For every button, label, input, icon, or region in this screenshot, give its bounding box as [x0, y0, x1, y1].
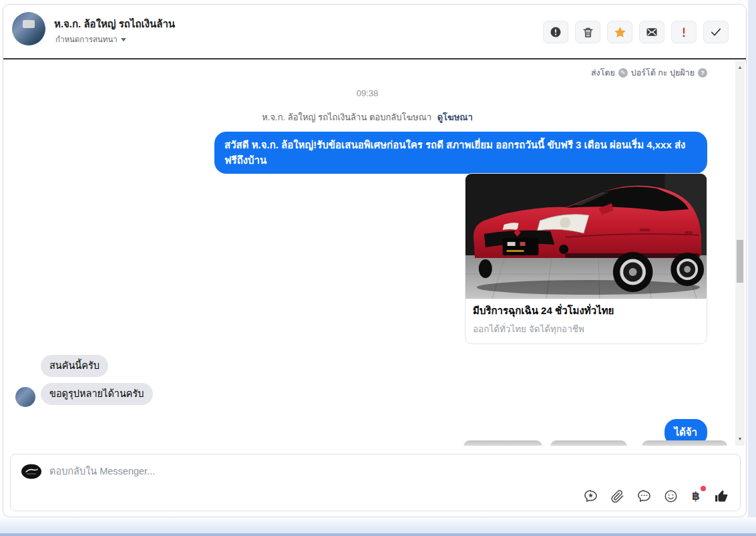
conversation-window: ห.จ.ก. ล้อใหญ่ รถไถเงินล้าน กำหนดการสนทน… — [3, 4, 747, 517]
car-attachment-card[interactable]: มีบริการฉุกเฉิน 24 ชั่วโมงทั่วไทย ออกได้… — [465, 173, 707, 344]
sent-by-label: ส่งโดย — [591, 66, 615, 80]
help-icon[interactable]: ? — [698, 68, 707, 78]
conversation-header: ห.จ.ก. ล้อใหญ่ รถไถเงินล้าน กำหนดการสนทน… — [3, 5, 746, 59]
mark-unread-envelope-icon — [645, 25, 658, 39]
emoji-button[interactable] — [663, 488, 679, 504]
mark-unread-button[interactable] — [639, 21, 665, 43]
trash-icon — [582, 26, 594, 39]
page-avatar[interactable] — [12, 12, 45, 45]
car-photo — [465, 174, 707, 299]
message-list[interactable]: ส่งโดย ✎ ปอร์โต้ กะ ปุยฝ้าย ? 09:38 ห.จ.… — [3, 61, 738, 446]
card-info: มีบริการฉุกเฉิน 24 ชั่วโมงทั่วไทย ออกได้… — [465, 299, 707, 344]
saved-reply-button[interactable] — [582, 488, 598, 504]
payment-baht-icon: ฿ — [692, 489, 700, 503]
timestamp: 09:38 — [3, 88, 731, 98]
sent-by-row: ส่งโดย ✎ ปอร์โต้ กะ ปุยฝ้าย ? — [591, 66, 707, 80]
like-thumb-icon — [713, 488, 729, 505]
ad-reply-row: ห.จ.ก. ล้อใหญ่ รถไถเงินล้าน ตอบกลับโฆษณา… — [3, 110, 731, 124]
ad-reply-text: ห.จ.ก. ล้อใหญ่ รถไถเงินล้าน ตอบกลับโฆษณา — [262, 112, 431, 122]
chat-scrollbar[interactable]: ▲ ▼ — [735, 61, 745, 446]
mark-done-check-icon — [709, 25, 723, 39]
reply-composer: ฿ — [10, 454, 741, 511]
notification-dot — [701, 486, 706, 491]
comment-button[interactable] — [636, 488, 652, 504]
header-action-bar — [543, 21, 729, 43]
messenger-inbox-page: ห.จ.ก. ล้อใหญ่ รถไถเงินล้าน กำหนดการสนทน… — [0, 0, 756, 536]
pencil-badge-icon: ✎ — [618, 68, 628, 78]
card-subtitle: ออกได้ทั่วไทย จัดได้ทุกอาชีพ — [473, 321, 699, 336]
paperclip-icon — [610, 489, 625, 504]
scrollbar-thumb[interactable] — [737, 240, 743, 283]
incoming-message-bubble: ขอดูรุปหลายได้านครับ — [41, 383, 153, 405]
reply-input[interactable] — [49, 463, 423, 479]
star-icon — [613, 25, 627, 39]
schedule-label: กำหนดการสนทนา — [55, 33, 118, 45]
report-button[interactable] — [543, 21, 568, 43]
card-title: มีบริการฉุกเฉิน 24 ชั่วโมงทั่วไทย — [473, 303, 699, 319]
star-button[interactable] — [607, 21, 632, 43]
conversation-schedule-dropdown[interactable]: กำหนดการสนทนา — [55, 33, 126, 45]
outgoing-message-bubble: สวัสดี ห.จ.ก. ล้อใหญ่!รับข้อเสนอพิเศษก่อ… — [214, 132, 707, 174]
incoming-message-bubble: สนคันนี้ครับ — [41, 355, 108, 377]
image-thumbnail-partial[interactable] — [550, 440, 627, 446]
image-thumbnail-partial[interactable] — [642, 440, 727, 446]
emoji-smile-icon — [663, 489, 679, 504]
page-logo-icon — [21, 464, 42, 479]
sender-name: ปอร์โต้ กะ ปุยฝ้าย — [631, 66, 695, 80]
mark-done-button[interactable] — [703, 21, 729, 43]
scroll-up-arrow-icon[interactable]: ▲ — [735, 62, 745, 72]
mark-important-button[interactable] — [671, 21, 697, 43]
saved-reply-bubble-star-icon — [583, 489, 598, 504]
report-circle-icon — [549, 25, 562, 39]
composer-toolbar: ฿ — [582, 488, 729, 504]
chevron-down-icon — [121, 38, 126, 41]
payment-button[interactable]: ฿ — [689, 488, 703, 504]
comment-dots-icon — [636, 489, 652, 504]
view-ad-link[interactable]: ดูโฆษณา — [437, 112, 473, 122]
delete-button[interactable] — [575, 21, 600, 43]
image-thumbnail-partial[interactable] — [463, 440, 542, 446]
customer-avatar[interactable] — [15, 387, 35, 407]
important-exclamation-icon — [677, 25, 691, 39]
like-button[interactable] — [713, 488, 729, 504]
attach-file-button[interactable] — [609, 488, 625, 504]
scroll-down-arrow-icon[interactable]: ▼ — [735, 434, 745, 443]
page-bottom-edge — [0, 533, 756, 536]
conversation-title: ห.จ.ก. ล้อใหญ่ รถไถเงินล้าน — [54, 16, 175, 32]
page-background-strip — [748, 0, 756, 536]
